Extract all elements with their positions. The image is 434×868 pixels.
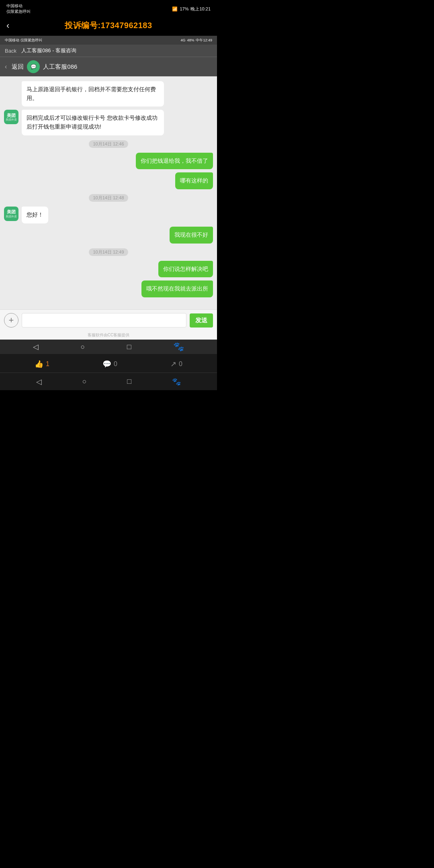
user-bubble-4: 你们说怎样解决吧 <box>158 261 213 278</box>
inner-battery: 48% <box>187 38 194 42</box>
recents-nav-button[interactable]: □ <box>127 343 131 351</box>
share-action[interactable]: ↗ 0 <box>170 360 182 368</box>
outer-header: ‹ 投诉编号:17347962183 <box>0 17 217 36</box>
bot-bubble-2: 回档完成后才可以修改银行卡号 您收款卡号修改成功后打开钱包重新申请提现成功! <box>22 110 164 135</box>
user-bubble-2: 哪有这样的 <box>175 172 213 189</box>
chat-message-user-2: 哪有这样的 <box>4 172 213 189</box>
chat-message-user-4: 你们说怎样解决吧 <box>4 261 213 278</box>
outer-back-button[interactable]: ‹ <box>6 20 9 31</box>
share-icon: ↗ <box>170 360 176 368</box>
inner-outer-nav: Back 人工客服086 - 客服咨询 <box>0 45 217 57</box>
avatar-sub-text: 美团外卖 <box>6 118 17 121</box>
outer-recents-icon[interactable]: □ <box>127 377 131 386</box>
timestamp-1: 10月14日 12:46 <box>89 140 128 148</box>
inner-status-bar: 中国移动 仅限紧急呼叫 4G 48% 中午12:49 <box>0 36 217 45</box>
chat-message-bot-1: 马上原路退回手机银行，回档并不需要您支付任何费用。 <box>4 81 213 106</box>
bot-bubble-2-text: 回档完成后才可以修改银行卡号 您收款卡号修改成功后打开钱包重新申请提现成功! <box>27 115 158 130</box>
add-attachment-button[interactable]: + <box>4 313 18 328</box>
outer-page-title: 投诉编号:17347962183 <box>65 20 152 31</box>
inner-back-button[interactable]: Back <box>5 48 16 54</box>
back-nav-button[interactable]: ◁ <box>33 342 39 351</box>
bot-bubble-3-text: 您好！ <box>27 211 43 218</box>
return-label[interactable]: 返回 <box>12 63 24 71</box>
share-count: 0 <box>179 360 182 368</box>
user-bubble-1-text: 你们把钱退给我，我不借了 <box>141 158 208 164</box>
outer-carrier-info: 中国移动 仅限紧急呼叫 <box>6 3 31 14</box>
outer-bottom-bar: 👍 1 💬 0 ↗ 0 <box>0 354 217 373</box>
inner-time: 中午12:49 <box>196 38 212 43</box>
user-bubble-3: 我现在很不好 <box>170 227 213 244</box>
like-icon: 👍 <box>35 360 43 368</box>
bot-bubble-3: 您好！ <box>22 207 48 223</box>
signal-icon: 📶 <box>172 6 178 12</box>
outer-logo-icon[interactable]: 🐾 <box>172 377 181 386</box>
chat-message-user-1: 你们把钱退给我，我不借了 <box>4 153 213 170</box>
message-input[interactable] <box>22 313 186 328</box>
carrier-sub: 仅限紧急呼叫 <box>6 9 31 14</box>
avatar-sub-text-2: 美团外卖 <box>6 215 17 218</box>
inner-carrier-info: 中国移动 仅限紧急呼叫 <box>5 38 42 43</box>
user-bubble-1: 你们把钱退给我，我不借了 <box>136 153 213 170</box>
inner-nav-title: 人工客服086 - 客服咨询 <box>21 47 76 54</box>
outer-status-right: 📶 17% 晚上10:21 <box>172 6 211 12</box>
chat-message-user-3: 我现在很不好 <box>4 227 213 244</box>
avatar-main-text-2: 美团 <box>7 209 16 215</box>
timestamp-3: 10月14日 12:49 <box>89 248 128 256</box>
agent-avatar-2: 美团 美团外卖 <box>4 207 18 221</box>
outer-nav-bar: ◁ ○ □ 🐾 <box>0 373 217 390</box>
user-bubble-4-text: 你们说怎样解决吧 <box>163 266 208 272</box>
inner-network: 4G <box>180 38 185 42</box>
battery-level: 17% <box>180 6 188 11</box>
inner-bottom-nav: ◁ ○ □ 🐾 <box>0 340 217 354</box>
user-bubble-3-text: 我现在很不好 <box>174 231 208 238</box>
home-nav-button[interactable]: ○ <box>80 343 85 351</box>
chat-message-bot-3: 美团 美团外卖 您好！ <box>4 207 213 223</box>
chat-message-user-5: 哦不然现在我就去派出所 <box>4 280 213 297</box>
outer-home-icon[interactable]: ○ <box>82 377 87 386</box>
inner-status-right: 4G 48% 中午12:49 <box>180 38 212 43</box>
app-logo-button[interactable]: 🐾 <box>173 342 184 352</box>
chat-message-bot-2: 美团 美团外卖 回档完成后才可以修改银行卡号 您收款卡号修改成功后打开钱包重新申… <box>4 110 213 135</box>
user-bubble-5: 哦不然现在我就去派出所 <box>141 280 213 297</box>
inner-carrier: 中国移动 <box>5 38 19 42</box>
like-action[interactable]: 👍 1 <box>35 360 49 368</box>
agent-avatar: 美团 美团外卖 <box>4 110 18 124</box>
comment-action[interactable]: 💬 0 <box>102 360 117 368</box>
footer-note-text: 客服软件由CC客服提供 <box>88 333 129 337</box>
avatar-main-text: 美团 <box>7 113 16 118</box>
comment-count: 0 <box>114 360 117 368</box>
inner-agent-header: ‹ 返回 💬 人工客服086 <box>0 57 217 76</box>
agent-avatar-chat-icon: 💬 <box>31 64 37 70</box>
inner-screenshot-container: 中国移动 仅限紧急呼叫 4G 48% 中午12:49 Back 人工客服086 … <box>0 36 217 354</box>
chevron-left-icon[interactable]: ‹ <box>5 63 7 70</box>
timestamp-2: 10月14日 12:48 <box>89 194 128 202</box>
time-display: 晚上10:21 <box>190 6 211 12</box>
carrier-name: 中国移动 <box>6 3 31 9</box>
agent-avatar-icon: 💬 <box>27 60 40 73</box>
comment-icon: 💬 <box>102 360 111 368</box>
outer-back-icon[interactable]: ◁ <box>36 377 42 386</box>
outer-status-bar: 中国移动 仅限紧急呼叫 📶 17% 晚上10:21 <box>0 0 217 17</box>
user-bubble-2-text: 哪有这样的 <box>180 177 208 184</box>
inner-carrier-sub: 仅限紧急呼叫 <box>20 38 42 42</box>
bot-bubble-1: 马上原路退回手机银行，回档并不需要您支付任何费用。 <box>22 81 164 106</box>
bot-bubble-1-text: 马上原路退回手机银行，回档并不需要您支付任何费用。 <box>27 86 156 101</box>
send-button[interactable]: 发送 <box>190 313 213 328</box>
user-bubble-5-text: 哦不然现在我就去派出所 <box>146 285 208 292</box>
like-count: 1 <box>46 360 49 368</box>
chat-area: 马上原路退回手机银行，回档并不需要您支付任何费用。 美团 美团外卖 回档完成后才… <box>0 76 217 309</box>
agent-name-label: 人工客服086 <box>43 63 77 71</box>
chat-input-area: + 发送 <box>0 309 217 331</box>
inner-footer-note: 客服软件由CC客服提供 <box>0 331 217 340</box>
